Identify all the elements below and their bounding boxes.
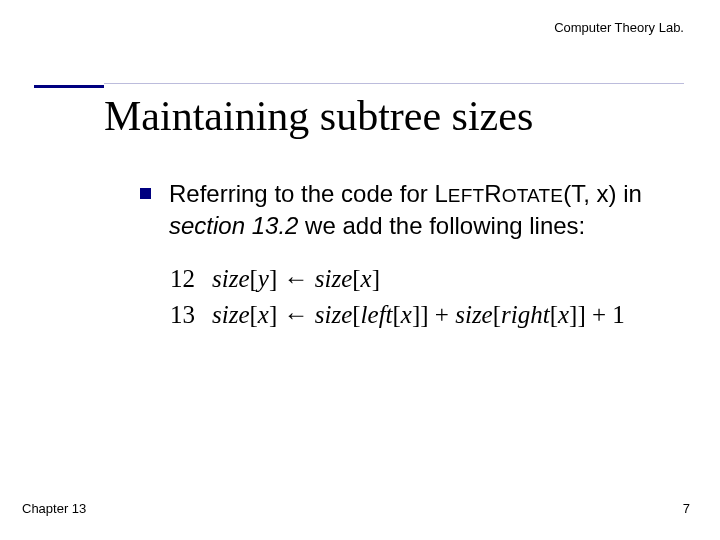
body-content: Referring to the code for LeftRotate(T, … xyxy=(140,178,680,333)
title-accent-bar xyxy=(34,85,104,88)
code-text: size[x] ← size[left[x]] + size[right[x]]… xyxy=(212,297,625,333)
bullet-item: Referring to the code for LeftRotate(T, … xyxy=(140,178,680,243)
text-suffix: we add the following lines: xyxy=(305,212,585,239)
line-number: 12 xyxy=(170,261,212,297)
bullet-text: Referring to the code for LeftRotate(T, … xyxy=(169,178,680,243)
func-args: (T, x) in xyxy=(563,180,642,207)
page-number: 7 xyxy=(683,501,690,516)
code-line-12: 12 size[y] ← size[x] xyxy=(170,261,680,297)
line-number: 13 xyxy=(170,297,212,333)
code-block: 12 size[y] ← size[x] 13 size[x] ← size[l… xyxy=(170,261,680,334)
code-line-13: 13 size[x] ← size[left[x]] + size[right[… xyxy=(170,297,680,333)
section-ref: section 13.2 xyxy=(169,212,305,239)
chapter-label: Chapter 13 xyxy=(22,501,86,516)
slide-title: Maintaining subtree sizes xyxy=(104,92,533,140)
func-name: LeftRotate xyxy=(434,180,563,207)
text-prefix: Referring to the code for xyxy=(169,180,434,207)
title-divider xyxy=(104,83,684,84)
bullet-icon xyxy=(140,188,151,199)
lab-label: Computer Theory Lab. xyxy=(554,20,684,35)
code-text: size[y] ← size[x] xyxy=(212,261,380,297)
